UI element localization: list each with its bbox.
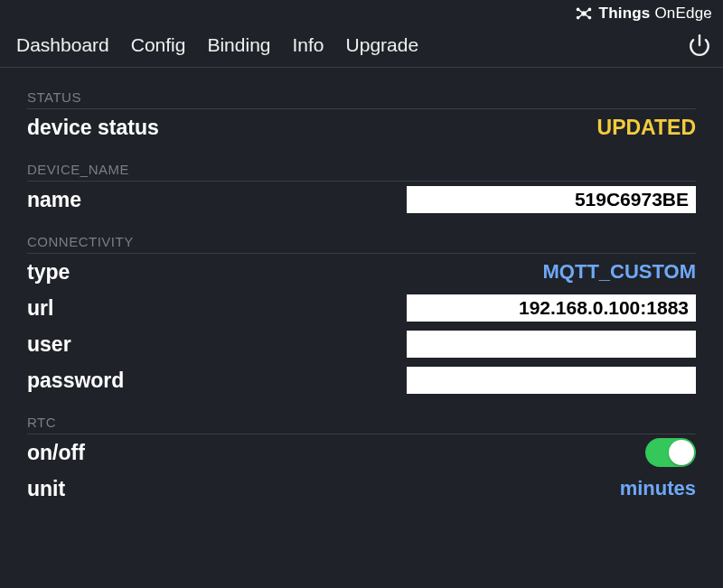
value-device-status: UPDATED bbox=[597, 116, 696, 140]
row-url: url bbox=[27, 290, 696, 326]
svg-point-7 bbox=[576, 16, 579, 20]
nav-binding[interactable]: Binding bbox=[196, 34, 281, 56]
row-name: name bbox=[27, 182, 696, 218]
section-header-status: STATUS bbox=[27, 89, 696, 109]
toggle-onoff[interactable] bbox=[645, 438, 696, 467]
brand-logo-icon bbox=[574, 4, 594, 23]
input-password[interactable] bbox=[407, 367, 696, 394]
brand-text: Things OnEdge bbox=[599, 5, 712, 23]
nav-upgrade[interactable]: Upgrade bbox=[335, 34, 430, 56]
row-user: user bbox=[27, 326, 696, 362]
power-icon[interactable] bbox=[687, 33, 712, 58]
label-url: url bbox=[27, 296, 407, 321]
label-password: password bbox=[27, 369, 407, 393]
row-onoff: on/off bbox=[27, 434, 696, 471]
value-type[interactable]: MQTT_CUSTOM bbox=[543, 260, 696, 284]
label-device-status: device status bbox=[27, 116, 597, 140]
svg-point-5 bbox=[576, 8, 579, 12]
label-unit: unit bbox=[27, 477, 620, 501]
svg-point-4 bbox=[581, 11, 587, 16]
nav-config[interactable]: Config bbox=[120, 34, 197, 56]
nav-dashboard[interactable]: Dashboard bbox=[5, 34, 120, 56]
label-name: name bbox=[27, 188, 407, 212]
section-header-device-name: DEVICE_NAME bbox=[27, 162, 696, 182]
svg-point-8 bbox=[587, 16, 591, 20]
toggle-knob bbox=[669, 440, 694, 465]
section-header-connectivity: CONNECTIVITY bbox=[27, 234, 696, 254]
input-url[interactable] bbox=[407, 294, 696, 322]
label-onoff: on/off bbox=[27, 441, 645, 465]
input-name[interactable] bbox=[407, 186, 696, 213]
label-type: type bbox=[27, 260, 543, 285]
row-device-status: device status UPDATED bbox=[27, 109, 696, 145]
row-type: type MQTT_CUSTOM bbox=[27, 254, 696, 290]
main-nav: Dashboard Config Binding Info Upgrade bbox=[0, 25, 723, 68]
input-user[interactable] bbox=[407, 331, 696, 358]
brand-area: Things OnEdge bbox=[0, 0, 723, 25]
value-unit[interactable]: minutes bbox=[620, 477, 696, 500]
row-unit: unit minutes bbox=[27, 471, 696, 507]
label-user: user bbox=[27, 332, 407, 357]
section-header-rtc: RTC bbox=[27, 415, 696, 434]
row-password: password bbox=[27, 362, 696, 398]
nav-info[interactable]: Info bbox=[282, 34, 335, 56]
svg-point-6 bbox=[587, 8, 591, 12]
content-area: STATUS device status UPDATED DEVICE_NAME… bbox=[0, 68, 723, 507]
